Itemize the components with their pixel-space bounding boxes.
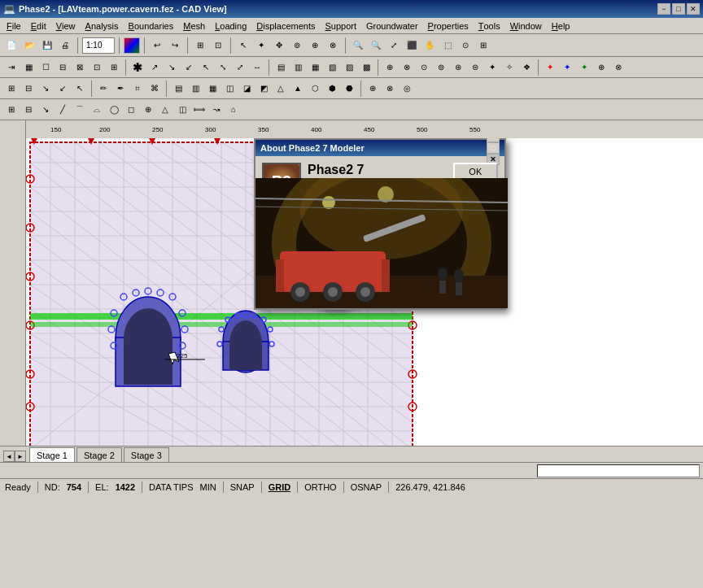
pan-btn[interactable]: ✋ <box>421 37 438 54</box>
tb4-b11[interactable]: ◫ <box>174 102 190 118</box>
tb3-b17[interactable]: ▲ <box>290 81 306 97</box>
menu-view[interactable]: View <box>51 18 81 33</box>
tb2-b6[interactable]: ⊡ <box>89 59 105 76</box>
about-maximize[interactable]: □ <box>487 142 500 154</box>
menu-edit[interactable]: Edit <box>26 18 51 33</box>
tb2-b26[interactable]: ⊛ <box>450 59 466 76</box>
tab-stage2[interactable]: Stage 2 <box>76 447 122 462</box>
select-btn[interactable]: ↖ <box>235 37 251 54</box>
tb2-b12[interactable]: ↖ <box>198 59 214 76</box>
tb1-btn6[interactable]: ⬚ <box>439 37 456 54</box>
move-btn[interactable]: ✥ <box>271 37 287 54</box>
tb2-b14[interactable]: ⤢ <box>232 59 248 76</box>
tb2-b32[interactable]: ✦ <box>559 59 575 76</box>
tb2-b21[interactable]: ▩ <box>358 59 374 76</box>
redo-button[interactable]: ↪ <box>167 37 183 54</box>
tab-stage1[interactable]: Stage 1 <box>29 447 75 462</box>
tb2-b31[interactable]: ✦ <box>542 59 558 76</box>
tb4-b5[interactable]: ⌒ <box>72 102 88 118</box>
zoom-fit[interactable]: ⤢ <box>386 37 402 54</box>
tb2-b8[interactable]: ✱ <box>129 59 146 76</box>
zoom-window[interactable]: ⬛ <box>404 37 420 54</box>
tb1-btn8[interactable]: ⊞ <box>475 37 491 54</box>
tb2-b30[interactable]: ❖ <box>518 59 535 76</box>
new-button[interactable]: 📄 <box>3 37 20 54</box>
tb2-b27[interactable]: ⊜ <box>467 59 483 76</box>
tb2-b13[interactable]: ⤡ <box>215 59 231 76</box>
tb3-b22[interactable]: ⊗ <box>382 81 398 97</box>
tb3-b7[interactable]: ✒ <box>112 81 129 97</box>
tb2-b34[interactable]: ⊕ <box>593 59 609 76</box>
menu-mesh[interactable]: Mesh <box>178 18 210 33</box>
close-button[interactable]: ✕ <box>687 3 700 15</box>
tb2-b33[interactable]: ✦ <box>576 59 592 76</box>
tb3-b16[interactable]: △ <box>273 81 289 97</box>
cad-canvas-container[interactable]: 225 LAV team About Phase2 7 Modeler <box>26 138 703 446</box>
tb3-b5[interactable]: ↖ <box>72 81 88 97</box>
tb4-b10[interactable]: △ <box>157 102 173 118</box>
tb2-b7[interactable]: ⊞ <box>106 59 122 76</box>
tb3-b23[interactable]: ◎ <box>399 81 415 97</box>
tb2-b1[interactable]: ⇥ <box>3 59 20 76</box>
tb2-b4[interactable]: ⊟ <box>55 59 71 76</box>
save-button[interactable]: 💾 <box>39 37 55 54</box>
tb1-btn3[interactable]: ⊚ <box>289 37 305 54</box>
tb3-b4[interactable]: ↙ <box>55 81 71 97</box>
tb2-b11[interactable]: ↙ <box>181 59 197 76</box>
tb2-b15[interactable]: ↔ <box>249 59 265 76</box>
undo-button[interactable]: ↩ <box>149 37 165 54</box>
menu-analysis[interactable]: Analysis <box>81 18 124 33</box>
tb2-b23[interactable]: ⊗ <box>399 59 415 76</box>
tb2-b24[interactable]: ⊙ <box>416 59 432 76</box>
tb3-b10[interactable]: ▤ <box>170 81 186 97</box>
tb2-b20[interactable]: ▨ <box>341 59 357 76</box>
tb3-b14[interactable]: ◪ <box>238 81 255 97</box>
tb3-b9[interactable]: ⌘ <box>146 81 163 97</box>
menu-boundaries[interactable]: Boundaries <box>124 18 179 33</box>
tb1-btn5[interactable]: ⊗ <box>325 37 341 54</box>
tb2-b10[interactable]: ↘ <box>164 59 180 76</box>
tb3-b19[interactable]: ⬢ <box>324 81 340 97</box>
tb3-b18[interactable]: ⬡ <box>307 81 323 97</box>
tb4-b4[interactable]: ╱ <box>55 102 71 118</box>
tab-next-button[interactable]: ► <box>15 451 26 462</box>
tb4-b12[interactable]: ⟾ <box>191 102 207 118</box>
minimize-button[interactable]: − <box>657 3 670 15</box>
color-button[interactable] <box>124 37 140 54</box>
menu-loading[interactable]: Loading <box>210 18 251 33</box>
tb1-btn2[interactable]: ⊡ <box>210 37 226 54</box>
tb4-b6[interactable]: ⌓ <box>89 102 105 118</box>
tb3-b15[interactable]: ◩ <box>255 81 272 97</box>
tb4-b1[interactable]: ⊞ <box>3 102 20 118</box>
tb4-b13[interactable]: ↝ <box>208 102 225 118</box>
coordinate-input[interactable] <box>537 464 700 477</box>
menu-support[interactable]: Support <box>320 18 361 33</box>
zoom-dropdown[interactable]: 1:10 <box>82 37 115 54</box>
zoom-out[interactable]: 🔍 <box>368 37 384 54</box>
tb4-b9[interactable]: ⊕ <box>140 102 156 118</box>
tb1-btn1[interactable]: ⊞ <box>192 37 208 54</box>
tb2-b17[interactable]: ▥ <box>290 59 306 76</box>
menu-file[interactable]: File <box>2 18 26 33</box>
tb2-b25[interactable]: ⊚ <box>433 59 449 76</box>
tb4-b3[interactable]: ↘ <box>37 102 54 118</box>
tb2-b2[interactable]: ▦ <box>20 59 37 76</box>
tb3-b8[interactable]: ⌗ <box>129 81 146 97</box>
menu-window[interactable]: Window <box>505 18 547 33</box>
menu-properties[interactable]: Properties <box>423 18 474 33</box>
tb2-b18[interactable]: ▦ <box>307 59 323 76</box>
tab-stage3[interactable]: Stage 3 <box>124 447 169 462</box>
menu-groundwater[interactable]: Groundwater <box>361 18 423 33</box>
tb3-b11[interactable]: ▥ <box>187 81 203 97</box>
tb2-b29[interactable]: ✧ <box>501 59 517 76</box>
zoom-in[interactable]: 🔍 <box>350 37 366 54</box>
print-button[interactable]: 🖨 <box>57 37 73 54</box>
tab-prev-button[interactable]: ◄ <box>3 451 15 462</box>
menu-help[interactable]: Help <box>547 18 575 33</box>
tb1-btn7[interactable]: ⊙ <box>457 37 474 54</box>
tb1-btn4[interactable]: ⊕ <box>307 37 323 54</box>
tb4-b8[interactable]: ◻ <box>123 102 139 118</box>
menu-tools[interactable]: Tools <box>474 18 505 33</box>
tb3-b21[interactable]: ⊕ <box>365 81 381 97</box>
tb3-b1[interactable]: ⊞ <box>3 81 20 97</box>
